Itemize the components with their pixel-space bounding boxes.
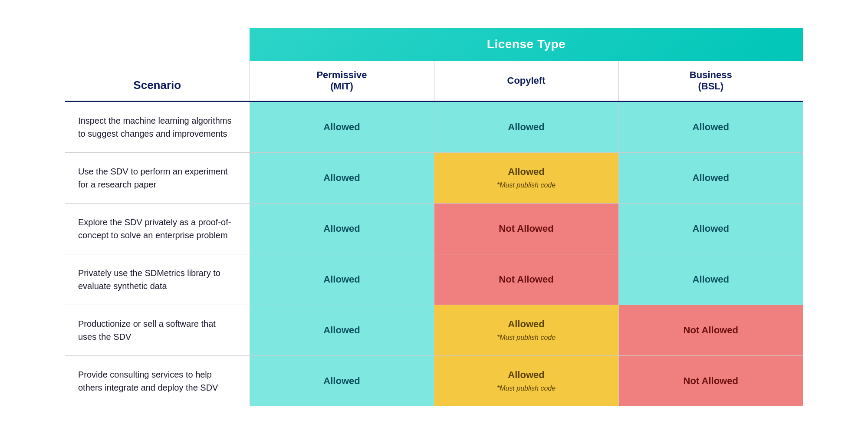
table-row: Explore the SDV privately as a proof-of-… (65, 204, 803, 254)
business-status-cell: Allowed (618, 102, 803, 153)
permissive-status-cell: Allowed (250, 204, 434, 254)
copyleft-status-cell: Allowed*Must publish code (434, 153, 618, 204)
status-label: Allowed (323, 274, 360, 285)
business-status-cell: Not Allowed (618, 305, 803, 356)
permissive-status-cell: Allowed (250, 356, 434, 407)
status-label: Allowed (693, 172, 729, 183)
scenario-cell: Explore the SDV privately as a proof-of-… (65, 204, 250, 254)
table-row: Provide consulting services to help othe… (65, 356, 803, 407)
status-label: Not Allowed (499, 274, 553, 285)
status-label: Allowed (693, 122, 729, 132)
table-row: Productionize or sell a software that us… (65, 305, 803, 356)
table-row: Privately use the SDMetrics library to e… (65, 254, 803, 305)
business-status-cell: Allowed (618, 153, 803, 204)
status-label: Allowed (693, 274, 729, 285)
scenario-cell: Use the SDV to perform an experiment for… (65, 153, 250, 204)
status-label: Not Allowed (684, 375, 738, 386)
status-label: Allowed (323, 375, 360, 386)
status-label: Allowed (508, 319, 544, 329)
status-label: Allowed (693, 223, 729, 234)
business-status-cell: Allowed (618, 254, 803, 305)
scenario-cell: Inspect the machine learning algorithms … (65, 102, 250, 153)
license-comparison-table: License Type Scenario Permissive (MIT) C… (65, 28, 803, 406)
status-label: Allowed (508, 369, 544, 380)
business-column-header: Business (BSL) (618, 61, 803, 102)
copyleft-status-cell: Not Allowed (434, 204, 618, 254)
business-status-cell: Allowed (618, 204, 803, 254)
permissive-status-cell: Allowed (250, 305, 434, 356)
table-row: Use the SDV to perform an experiment for… (65, 153, 803, 204)
license-type-header: License Type (250, 28, 803, 61)
scenario-column-header: Scenario (65, 61, 250, 102)
copyleft-status-cell: Allowed*Must publish code (434, 356, 618, 407)
status-note: *Must publish code (441, 333, 612, 342)
status-label: Allowed (323, 325, 360, 335)
permissive-column-header: Permissive (MIT) (250, 61, 434, 102)
scenario-cell: Provide consulting services to help othe… (65, 356, 250, 407)
status-label: Allowed (508, 122, 544, 132)
status-note: *Must publish code (441, 181, 612, 190)
scenario-cell: Privately use the SDMetrics library to e… (65, 254, 250, 305)
permissive-status-cell: Allowed (250, 153, 434, 204)
status-label: Not Allowed (684, 325, 738, 335)
table-row: Inspect the machine learning algorithms … (65, 102, 803, 153)
permissive-status-cell: Allowed (250, 102, 434, 153)
status-label: Allowed (323, 223, 360, 234)
copyleft-status-cell: Not Allowed (434, 254, 618, 305)
copyleft-status-cell: Allowed (434, 102, 618, 153)
status-label: Not Allowed (499, 223, 553, 234)
scenario-cell: Productionize or sell a software that us… (65, 305, 250, 356)
status-label: Allowed (508, 166, 544, 177)
status-note: *Must publish code (441, 384, 612, 393)
status-label: Allowed (323, 172, 360, 183)
copyleft-column-header: Copyleft (434, 61, 618, 102)
copyleft-status-cell: Allowed*Must publish code (434, 305, 618, 356)
permissive-status-cell: Allowed (250, 254, 434, 305)
status-label: Allowed (323, 122, 360, 132)
business-status-cell: Not Allowed (618, 356, 803, 407)
